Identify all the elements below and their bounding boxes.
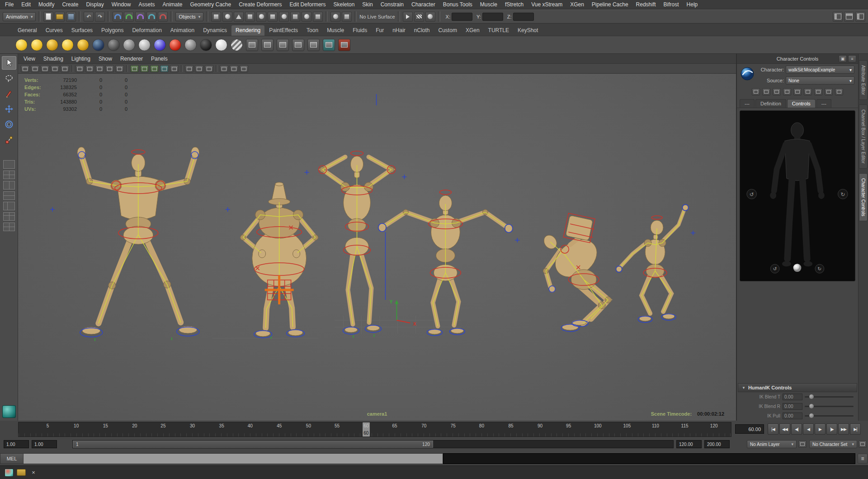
menubar-item[interactable]: Edit xyxy=(20,1,32,8)
mel-command-input[interactable] xyxy=(24,453,443,464)
shelf-tab-active[interactable]: Rendering xyxy=(231,25,264,36)
shelf-tab[interactable]: nCloth xyxy=(410,25,434,36)
shelf-tab[interactable]: Dynamics xyxy=(199,25,231,36)
layout-two-pane-stacked-button[interactable] xyxy=(3,191,15,200)
menubar-item[interactable]: Window xyxy=(110,1,132,8)
ik-blend-r-field[interactable]: 0.00 xyxy=(783,403,802,410)
rotate-left-button[interactable]: ↺ xyxy=(747,189,757,199)
use-background-shader-icon[interactable] xyxy=(108,39,120,51)
xray-icon[interactable] xyxy=(195,65,203,72)
layout-four-pane-button[interactable] xyxy=(3,171,15,179)
panel-menu-item[interactable]: Shading xyxy=(43,56,63,62)
batch-render-shelf-icon[interactable] xyxy=(338,39,350,51)
move-tool-button[interactable] xyxy=(2,102,16,116)
panel-menu-item[interactable]: Show xyxy=(99,56,112,62)
hik-options-icon[interactable] xyxy=(835,88,843,95)
menubar-item[interactable]: Modify xyxy=(37,1,56,8)
humanik-controls-header[interactable]: ▼ HumanIK Controls xyxy=(738,383,857,392)
menubar-item[interactable]: Constrain xyxy=(379,1,405,8)
current-time-field[interactable]: 60.00 xyxy=(735,424,764,434)
redo-icon[interactable]: ↷ xyxy=(95,12,105,22)
layout-two-pane-side-button[interactable] xyxy=(3,181,15,190)
shelf-tab[interactable]: KeyShot xyxy=(514,25,542,36)
panel-menu-icon[interactable]: ≡ xyxy=(848,55,856,62)
textured-mode-icon[interactable] xyxy=(95,65,104,72)
select-points-mask-icon[interactable] xyxy=(245,12,255,22)
scene-canvas[interactable]: Y X xyxy=(18,74,736,421)
tab-attribute-editor[interactable]: Attribute Editor xyxy=(859,60,868,100)
menubar-item[interactable]: Vue xStream xyxy=(530,1,564,8)
mannequin-3[interactable] xyxy=(319,151,396,334)
save-scene-button[interactable] xyxy=(66,12,76,22)
mannequin-4[interactable] xyxy=(378,190,513,336)
menubar-item[interactable]: Muscle xyxy=(479,1,499,8)
lock-selection-icon[interactable] xyxy=(330,12,340,22)
snap-to-point-icon[interactable] xyxy=(135,12,145,22)
shelf-tab[interactable]: Surfaces xyxy=(67,25,97,36)
shaded-mode-icon[interactable] xyxy=(85,65,94,72)
open-scene-button[interactable] xyxy=(55,12,65,22)
shelf-tab[interactable]: nHair xyxy=(388,25,410,36)
menubar-item[interactable]: fStretch xyxy=(504,1,525,8)
character-silhouette[interactable]: ↺ ↻ ↺ ↻ xyxy=(740,111,855,281)
range-slider-thumb[interactable]: 1 120 xyxy=(73,441,433,448)
metallic-material-icon[interactable] xyxy=(184,39,197,51)
show-sidebar-attribute-editor-icon[interactable] xyxy=(833,12,843,22)
select-handles-mask-icon[interactable] xyxy=(302,12,311,22)
panel-dock-icon[interactable]: ▣ xyxy=(839,55,847,62)
time-slider[interactable]: 5 10 15 20 25 30 35 40 45 50 55 60 65 70… xyxy=(18,422,731,437)
ipr-shelf-icon[interactable] xyxy=(261,39,274,51)
menubar-item[interactable]: Display xyxy=(85,1,105,8)
render-settings-icon[interactable] xyxy=(425,12,435,22)
shadows-icon[interactable] xyxy=(115,65,124,72)
select-camera-icon[interactable] xyxy=(21,65,29,72)
playback-end-field[interactable]: 120.00 xyxy=(676,440,702,448)
play-button[interactable]: ▶ xyxy=(815,423,826,435)
shelf-tab[interactable]: Toon xyxy=(302,25,322,36)
folder-icon[interactable] xyxy=(17,469,26,476)
white-material-icon[interactable] xyxy=(215,39,227,51)
menubar-item[interactable]: Redshift xyxy=(635,1,657,8)
checker-texture-icon[interactable] xyxy=(231,39,243,51)
car-paint-material-icon[interactable] xyxy=(169,39,181,51)
render-settings-shelf-icon[interactable] xyxy=(277,39,289,51)
select-misc-mask-icon[interactable] xyxy=(313,12,323,22)
menubar-item[interactable]: Help xyxy=(685,1,699,8)
scene-view[interactable]: Y X Verts: 72190 0 0 Edges: 138325 0 xyxy=(18,74,736,421)
rotate-tool-button[interactable] xyxy=(2,118,16,131)
lock-camera-icon[interactable] xyxy=(31,65,39,72)
resolution-gate-icon[interactable] xyxy=(130,65,139,72)
select-by-hierarchy-icon[interactable] xyxy=(211,12,221,22)
panel-menu-item[interactable]: View xyxy=(24,56,35,62)
snap-to-curve-icon[interactable] xyxy=(124,12,134,22)
shelf-tab[interactable]: TURTLE xyxy=(484,25,513,36)
menubar-item[interactable]: Assets xyxy=(137,1,156,8)
tab-character-controls[interactable]: Character Controls xyxy=(859,173,868,221)
use-all-lights-icon[interactable] xyxy=(105,65,114,72)
shelf-tab[interactable]: Polygons xyxy=(97,25,127,36)
pin-translate-icon[interactable] xyxy=(793,88,802,95)
paint-effects-shelf-icon[interactable] xyxy=(323,39,335,51)
taskbar-app-icon[interactable] xyxy=(5,469,14,477)
mannequin-5[interactable] xyxy=(541,213,611,332)
menubar-item[interactable]: File xyxy=(4,1,15,8)
character-dropdown[interactable]: walkSit:MocapExample ▾ xyxy=(786,66,854,74)
carried-box[interactable] xyxy=(563,213,595,242)
previous-frame-button[interactable]: ◀| xyxy=(791,423,802,435)
y-coordinate-input[interactable] xyxy=(482,13,503,21)
animation-start-field[interactable]: 1.00 xyxy=(4,440,29,448)
source-dropdown[interactable]: None ▾ xyxy=(786,76,854,85)
go-to-start-button[interactable]: |◀ xyxy=(768,423,778,435)
shelf-tab[interactable]: Fur xyxy=(372,25,388,36)
auto-keyframe-icon[interactable] xyxy=(859,441,867,448)
playback-start-field[interactable]: 1.00 xyxy=(32,440,57,448)
render-current-frame-icon[interactable] xyxy=(403,12,413,22)
go-to-end-button[interactable]: ▶| xyxy=(850,423,861,435)
snap-to-projected-center-icon[interactable] xyxy=(146,12,156,22)
menubar-item[interactable]: Bonus Tools xyxy=(442,1,474,8)
menubar-item[interactable]: Skin xyxy=(361,1,374,8)
next-key-button[interactable]: ▶▶ xyxy=(838,423,849,435)
mel-label[interactable]: MEL xyxy=(0,453,24,464)
surface-shader-icon[interactable] xyxy=(123,39,135,51)
mannequin-1[interactable] xyxy=(77,147,199,337)
